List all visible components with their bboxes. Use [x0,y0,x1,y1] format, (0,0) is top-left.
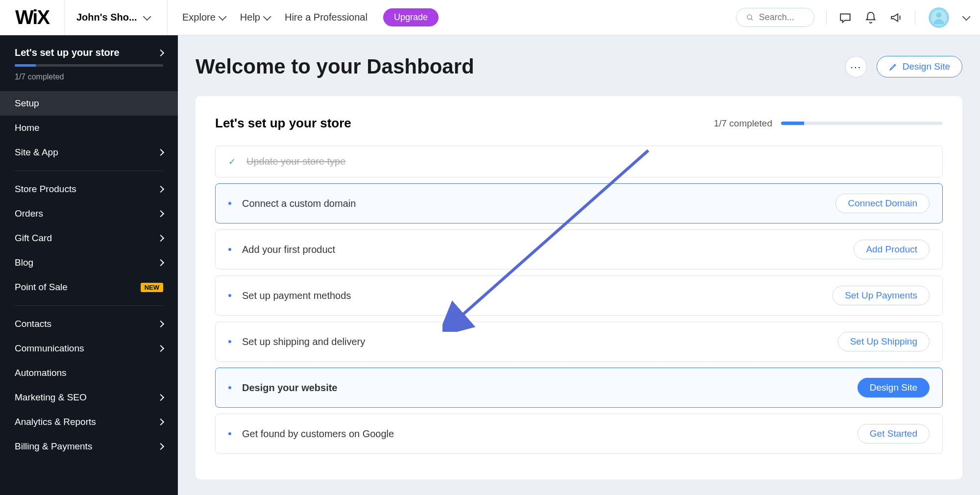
chevron-right-icon [157,49,164,56]
step-payments[interactable]: Set up payment methods Set Up Payments [215,275,943,316]
sidebar-item-label: Marketing & SEO [15,392,87,403]
setup-card: Let's set up your store 1/7 completed ✓ … [196,96,962,479]
sidebar-item-contacts[interactable]: Contacts [0,312,178,336]
get-started-button[interactable]: Get Started [858,424,930,444]
sidebar-item-store-products[interactable]: Store Products [0,177,178,201]
setup-payments-button[interactable]: Set Up Payments [833,286,930,305]
design-site-label: Design Site [903,61,950,72]
page-title: Welcome to your Dashboard [196,55,474,78]
sidebar-item-setup[interactable]: Setup [0,91,178,116]
nav-explore[interactable]: Explore [182,12,224,23]
avatar[interactable] [927,6,951,29]
chevron-down-icon[interactable] [962,12,971,21]
search-input[interactable] [759,12,804,23]
step-add-product[interactable]: Add your first product Add Product [215,229,943,270]
search-box[interactable] [736,8,814,27]
bullet-icon [228,340,231,343]
bullet-icon [228,294,231,297]
sidebar-item-automations[interactable]: Automations [0,361,178,385]
sidebar-header[interactable]: Let's set up your store 1/7 completed [0,35,178,91]
card-progress: 1/7 completed [714,118,943,129]
header-actions: ··· Design Site [845,56,962,77]
step-label: Add your first product [242,244,335,255]
sidebar: Let's set up your store 1/7 completed Se… [0,35,178,495]
chevron-right-icon [157,345,164,352]
sidebar-item-label: Communications [15,343,84,354]
sidebar-item-communications[interactable]: Communications [0,336,178,361]
topbar: WiX John's Sho... Explore Help Hire a Pr… [0,0,980,35]
sidebar-item-blog[interactable]: Blog [0,250,178,275]
sidebar-item-label: Orders [15,208,43,219]
step-label: Update your store type [246,156,345,167]
more-button[interactable]: ··· [845,56,867,77]
chevron-right-icon [157,235,164,242]
sidebar-item-label: Gift Card [15,233,52,244]
chevron-right-icon [157,443,164,450]
sidebar-item-orders[interactable]: Orders [0,201,178,226]
sidebar-item-label: Contacts [15,319,51,329]
chevron-right-icon [157,394,164,401]
main: Welcome to your Dashboard ··· Design Sit… [178,35,980,495]
card-title: Let's set up your store [215,116,351,131]
setup-shipping-button[interactable]: Set Up Shipping [838,332,930,351]
divider [826,10,827,25]
add-product-button[interactable]: Add Product [854,240,930,259]
nav-hire-label: Hire a Professional [285,12,368,23]
pencil-icon [889,62,898,71]
sidebar-item-label: Home [15,123,40,133]
step-shipping[interactable]: Set up shipping and delivery Set Up Ship… [215,322,943,362]
nav-help[interactable]: Help [240,12,269,23]
svg-point-0 [747,15,752,19]
progress-text: 1/7 completed [15,73,163,81]
nav-hire[interactable]: Hire a Professional [285,12,368,23]
megaphone-icon[interactable] [889,11,903,25]
svg-point-2 [936,12,942,18]
step-connect-domain[interactable]: Connect a custom domain Connect Domain [215,183,943,223]
sidebar-item-label: Billing & Payments [15,441,92,452]
connect-domain-button[interactable]: Connect Domain [835,194,930,213]
upgrade-button[interactable]: Upgrade [383,8,439,26]
bell-icon[interactable] [864,11,878,25]
chat-icon[interactable] [838,11,852,25]
sidebar-item-analytics-reports[interactable]: Analytics & Reports [0,410,178,434]
card-progress-bar [781,122,943,125]
sidebar-item-point-of-sale[interactable]: Point of Sale NEW [0,275,178,299]
chevron-right-icon [157,321,164,327]
nav-explore-label: Explore [182,12,216,23]
step-label: Design your website [242,382,338,394]
step-label: Set up shipping and delivery [242,336,365,347]
sidebar-item-label: Blog [15,257,33,268]
sidebar-item-label: Automations [15,368,67,378]
nav-help-label: Help [240,12,260,23]
sidebar-item-site-app[interactable]: Site & App [0,140,178,165]
chevron-right-icon [157,419,164,425]
sidebar-item-gift-card[interactable]: Gift Card [0,226,178,250]
check-icon: ✓ [228,156,236,167]
bullet-icon [228,432,231,435]
card-header: Let's set up your store 1/7 completed [215,116,943,131]
design-site-step-button[interactable]: Design Site [858,378,930,397]
search-icon [746,13,754,23]
svg-line-1 [751,18,753,20]
sidebar-item-marketing-seo[interactable]: Marketing & SEO [0,385,178,410]
progress-bar [15,64,163,67]
sidebar-title: Let's set up your store [15,47,120,58]
sidebar-item-billing-payments[interactable]: Billing & Payments [0,434,178,459]
step-design-website[interactable]: Design your website Design Site [215,368,943,408]
sidebar-item-label: Analytics & Reports [15,417,96,427]
step-label: Get found by customers on Google [242,428,394,440]
topnav: Explore Help Hire a Professional Upgrade [168,8,453,26]
sidebar-item-home[interactable]: Home [0,116,178,140]
chevron-down-icon [143,12,151,21]
chevron-right-icon [157,259,164,266]
sidebar-item-label: Setup [15,98,39,109]
step-google[interactable]: Get found by customers on Google Get Sta… [215,414,943,454]
divider [915,10,915,25]
wix-logo[interactable]: WiX [0,0,65,35]
topbar-right [736,6,980,29]
step-update-store-type[interactable]: ✓ Update your store type [215,146,943,177]
chevron-right-icon [157,149,164,156]
site-selector[interactable]: John's Sho... [65,0,168,35]
main-header: Welcome to your Dashboard ··· Design Sit… [196,55,962,78]
design-site-button[interactable]: Design Site [877,56,962,77]
